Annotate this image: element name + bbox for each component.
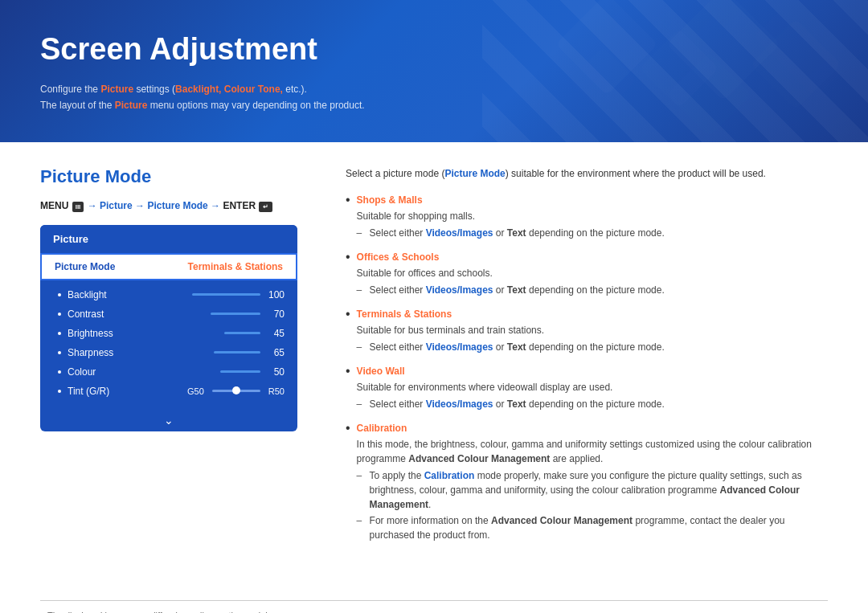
list-item-terminals: • Terminals & Stations Suitable for bus …	[346, 307, 828, 356]
bullet-dot-offices: •	[346, 251, 350, 299]
panel-item-colour: Colour 50	[40, 362, 297, 382]
bullet-dot	[58, 293, 61, 296]
bullet-dot-calibration: •	[346, 422, 350, 544]
slider-bar	[220, 370, 260, 373]
sub-bullet-text-calib-2: For more information on the Advanced Col…	[370, 513, 828, 542]
sub-bullet-item-calib-2: – For more information on the Advanced C…	[357, 513, 828, 542]
bullet-dot	[58, 332, 61, 335]
bullet-title-offices: Offices & Schools	[357, 250, 665, 264]
bullet-subtitle-terminals: Suitable for bus terminals and train sta…	[357, 323, 665, 337]
menu-instruction: MENU III → Picture → Picture Mode → ENTE…	[40, 200, 313, 212]
bullet-title-videowall: Video Wall	[357, 364, 665, 378]
sub-dash: –	[357, 468, 365, 512]
panel-item-tint: Tint (G/R) G50 R50	[40, 382, 297, 401]
item-value: 100	[265, 289, 285, 300]
tint-thumb	[232, 386, 240, 394]
bullet-subtitle-videowall: Suitable for environments where videowal…	[357, 380, 665, 394]
slider-colour: 50	[220, 366, 285, 378]
chevron-down-icon: ⌄	[164, 414, 174, 427]
panel-items: Backlight 100 Contrast 70	[40, 280, 297, 409]
sub-dash: –	[357, 513, 365, 542]
sub-bullet-text-calib-1: To apply the Calibration mode properly, …	[370, 468, 828, 512]
highlight-picture-1: Picture	[100, 84, 133, 95]
bullet-dot	[58, 351, 61, 354]
bullet-dot	[58, 370, 61, 374]
sub-dash: –	[357, 283, 365, 297]
panel-chevron: ⌄	[40, 409, 297, 431]
tint-slider	[212, 390, 260, 392]
section-title: Picture Mode	[40, 166, 313, 187]
page-title: Screen Adjustment	[40, 32, 828, 67]
bullet-title-shops: Shops & Malls	[357, 193, 665, 207]
list-item-calibration: • Calibration In this mode, the brightne…	[346, 421, 828, 544]
bold-picture-mode: Picture Mode	[444, 168, 505, 179]
header-subtitle: Configure the Picture settings (Backligh…	[40, 81, 828, 114]
sub-bullets-videowall: – Select either Videos/Images or Text de…	[357, 397, 665, 411]
item-value: 50	[265, 366, 285, 378]
sub-bullets-offices: – Select either Videos/Images or Text de…	[357, 283, 665, 297]
sub-bullet-item: – Select either Videos/Images or Text de…	[357, 397, 665, 411]
list-item-offices: • Offices & Schools Suitable for offices…	[346, 250, 828, 299]
slider-backlight: 100	[192, 289, 285, 300]
sub-dash: –	[357, 397, 365, 411]
tint-g-value: G50	[187, 386, 204, 396]
selected-row-value: Terminals & Stations	[188, 261, 283, 272]
selected-row-label: Picture Mode	[55, 261, 115, 272]
bullet-dot	[58, 390, 61, 393]
bullet-list: • Shops & Malls Suitable for shopping ma…	[346, 193, 828, 544]
slider-contrast: 70	[211, 309, 285, 320]
tint-label: Tint (G/R)	[68, 386, 187, 397]
sub-bullet-item-calib-1: – To apply the Calibration mode properly…	[357, 468, 828, 512]
bullet-title-terminals: Terminals & Stations	[357, 307, 665, 321]
enter-icon: ↵	[259, 202, 272, 212]
divider	[40, 600, 828, 601]
sub-bullets-terminals: – Select either Videos/Images or Text de…	[357, 340, 665, 354]
bullet-dot	[58, 313, 61, 316]
sub-bullet-text: Select either Videos/Images or Text depe…	[370, 226, 665, 240]
item-label: Contrast	[68, 309, 211, 320]
slider-bar	[214, 351, 260, 353]
item-value: 65	[265, 347, 285, 358]
bullet-dot-shops: •	[346, 194, 350, 242]
item-label: Colour	[68, 366, 220, 378]
item-label: Brightness	[68, 328, 224, 339]
menu-icon: III	[72, 202, 84, 212]
sub-bullet-item: – Select either Videos/Images or Text de…	[357, 340, 665, 354]
picture-panel: Picture Picture Mode Terminals & Station…	[40, 225, 297, 431]
panel-header: Picture	[40, 225, 297, 253]
bullet-subtitle-offices: Suitable for offices and schools.	[357, 266, 665, 280]
slider-brightness: 45	[224, 328, 285, 339]
sub-bullet-item: – Select either Videos/Images or Text de…	[357, 283, 665, 297]
panel-item-brightness: Brightness 45	[40, 324, 297, 343]
left-column: Picture Mode MENU III → Picture → Pictur…	[40, 166, 313, 552]
intro-text: Select a picture mode (Picture Mode) sui…	[346, 166, 828, 182]
slider-bar	[211, 313, 260, 315]
list-item-shops: • Shops & Malls Suitable for shopping ma…	[346, 193, 828, 242]
bullet-dot-terminals: •	[346, 308, 350, 356]
sub-bullet-text: Select either Videos/Images or Text depe…	[370, 340, 665, 354]
bullet-title-calibration: Calibration	[357, 421, 828, 435]
header-banner: Screen Adjustment Configure the Picture …	[0, 0, 868, 142]
list-item-videowall: • Video Wall Suitable for environments w…	[346, 364, 828, 413]
sub-bullet-text: Select either Videos/Images or Text depe…	[370, 283, 665, 297]
bullet-content-calibration: Calibration In this mode, the brightness…	[357, 421, 828, 544]
sub-dash: –	[357, 226, 365, 240]
tint-r-value: R50	[268, 386, 285, 396]
bullet-content-offices: Offices & Schools Suitable for offices a…	[357, 250, 665, 299]
right-column: Select a picture mode (Picture Mode) sui…	[346, 166, 828, 552]
item-label: Backlight	[68, 289, 192, 300]
bullet-content-terminals: Terminals & Stations Suitable for bus te…	[357, 307, 665, 356]
bullet-subtitle-calibration: In this mode, the brightness, colour, ga…	[357, 437, 828, 466]
panel-selected-row: Picture Mode Terminals & Stations	[40, 253, 297, 280]
item-value: 45	[265, 328, 285, 339]
highlight-settings: Backlight, Colour Tone,	[175, 84, 283, 95]
slider-bar	[224, 332, 260, 334]
highlight-picture-2: Picture	[115, 100, 148, 111]
panel-item-contrast: Contrast 70	[40, 304, 297, 324]
slider-bar	[192, 293, 260, 296]
decorative-shapes	[530, 0, 868, 142]
main-content: Picture Mode MENU III → Picture → Pictur…	[0, 142, 868, 584]
bullet-content-shops: Shops & Malls Suitable for shopping mall…	[357, 193, 665, 242]
sub-bullet-item: – Select either Videos/Images or Text de…	[357, 226, 665, 240]
panel-item-sharpness: Sharpness 65	[40, 343, 297, 362]
